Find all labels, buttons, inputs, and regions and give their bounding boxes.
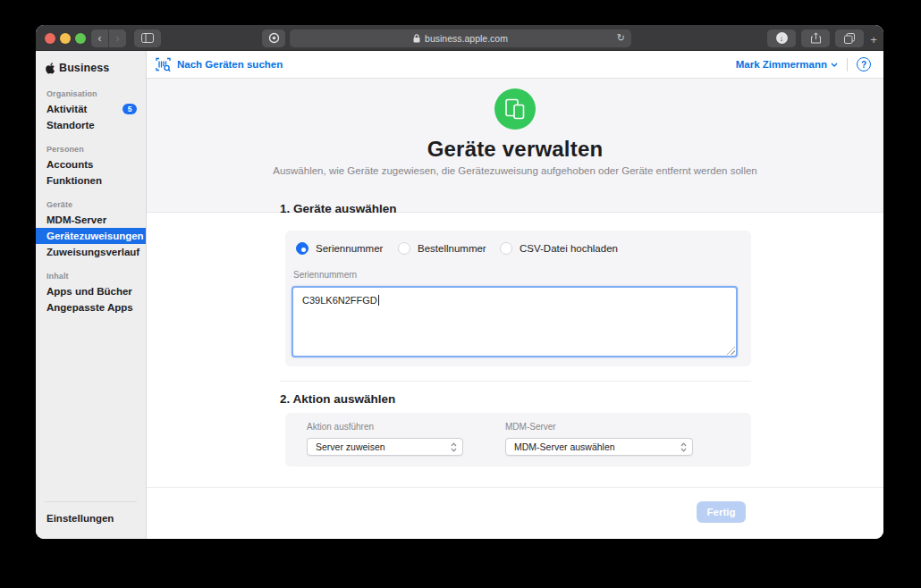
section-title: Inhalt (36, 272, 146, 281)
sidebar-section-organisation: Organisation Aktivität 5 Standorte (36, 89, 146, 133)
radio-button-icon (296, 242, 308, 255)
privacy-report-button[interactable] (262, 29, 285, 47)
text-cursor (378, 295, 379, 306)
resize-handle[interactable] (727, 347, 735, 355)
sidebar-item-mdm-server[interactable]: MDM-Server (36, 212, 146, 228)
sidebar-item-apps-und-buecher[interactable]: Apps und Bücher (36, 283, 146, 299)
apple-business-logo: Business (36, 58, 146, 78)
safari-window: ‹ › business.apple.com ↻ ↓ (36, 25, 883, 539)
logo-text: Business (59, 62, 109, 74)
minimize-window-button[interactable] (60, 33, 71, 44)
back-button[interactable]: ‹ (91, 29, 108, 47)
serial-numbers-textarea[interactable]: C39LK6N2FFGD (292, 286, 738, 357)
radio-bestellnummer[interactable]: Bestellnummer (398, 242, 486, 255)
sidebar-section-inhalt: Inhalt Apps und Bücher Angepasste Apps (36, 272, 146, 315)
sidebar-toggle-button[interactable] (134, 29, 161, 47)
sidebar-item-standorte[interactable]: Standorte (36, 117, 146, 133)
done-button[interactable]: Fertig (697, 501, 746, 523)
action-panel: Aktion ausführen Server zuweisen MDM-Ser… (285, 413, 751, 466)
section-title: Personen (36, 145, 146, 154)
sidebar-icon (141, 33, 154, 43)
sidebar-item-funktionen[interactable]: Funktionen (36, 172, 146, 189)
radio-button-icon (500, 242, 512, 255)
reload-icon[interactable]: ↻ (617, 32, 625, 44)
sidebar-footer: Einstellungen (36, 501, 146, 539)
sidebar-item-accounts[interactable]: Accounts (36, 156, 146, 172)
share-button[interactable] (801, 29, 830, 47)
sidebar-section-personen: Personen Accounts Funktionen (36, 145, 146, 189)
apple-logo-icon (46, 63, 55, 74)
url-text: business.apple.com (425, 33, 508, 44)
select-stepper-icon (451, 442, 457, 452)
sidebar-item-zuweisungsverlauf[interactable]: Zuweisungsverlauf (36, 244, 146, 260)
radio-button-icon (398, 242, 410, 255)
sidebar-section-geraete: Geräte MDM-Server Gerätezuweisungen Zuwe… (36, 200, 146, 260)
new-tab-button[interactable]: + (866, 30, 882, 48)
sidebar-item-aktivitaet[interactable]: Aktivität 5 (36, 101, 146, 117)
footer-divider (147, 487, 883, 488)
action-select-value: Server zuweisen (316, 441, 385, 452)
sidebar-item-einstellungen[interactable]: Einstellungen (46, 510, 146, 526)
radio-csv-hochladen[interactable]: CSV-Datei hochladen (500, 242, 618, 255)
privacy-icon (268, 32, 280, 44)
radio-seriennummer[interactable]: Seriennummer (296, 242, 383, 255)
device-selection-panel: Seriennummer Bestellnummer CSV-Datei hoc… (285, 231, 751, 366)
select-stepper-icon (680, 442, 687, 452)
sidebar: Business Organisation Aktivität 5 Stando… (36, 51, 147, 539)
main-area: Nach Geräten suchen Mark Zimmermann ? (147, 51, 883, 539)
browser-toolbar: ‹ › business.apple.com ↻ ↓ (36, 25, 883, 51)
serial-numbers-label: Seriennummern (293, 270, 357, 280)
step1-heading: 1. Geräte auswählen (280, 202, 397, 215)
sidebar-item-geraetezuweisungen[interactable]: Gerätezuweisungen (36, 228, 146, 244)
close-window-button[interactable] (45, 33, 55, 44)
serial-number-value: C39LK6N2FFGD (302, 295, 377, 306)
tabs-icon (844, 33, 855, 44)
share-icon (811, 32, 821, 44)
mdm-server-label: MDM-Server (505, 422, 693, 432)
lock-icon (413, 34, 420, 43)
downloads-button[interactable]: ↓ (767, 29, 796, 47)
section-divider (280, 381, 751, 382)
form-content: 1. Geräte auswählen Seriennummer Bestell… (147, 51, 883, 539)
section-title: Organisation (36, 89, 146, 98)
tab-overview-button[interactable] (835, 29, 864, 47)
section-title: Geräte (36, 200, 146, 209)
action-select[interactable]: Server zuweisen (307, 438, 463, 456)
step2-heading: 2. Aktion auswählen (280, 392, 395, 406)
activity-count-badge: 5 (123, 104, 137, 114)
mdm-server-select-value: MDM-Server auswählen (514, 441, 615, 452)
zoom-window-button[interactable] (75, 33, 86, 44)
download-icon: ↓ (776, 32, 788, 44)
mdm-server-select[interactable]: MDM-Server auswählen (505, 438, 693, 456)
action-label: Aktion ausführen (307, 422, 463, 432)
address-bar[interactable]: business.apple.com ↻ (290, 29, 631, 47)
sidebar-item-angepasste-apps[interactable]: Angepasste Apps (36, 299, 146, 315)
forward-button[interactable]: › (109, 29, 126, 47)
